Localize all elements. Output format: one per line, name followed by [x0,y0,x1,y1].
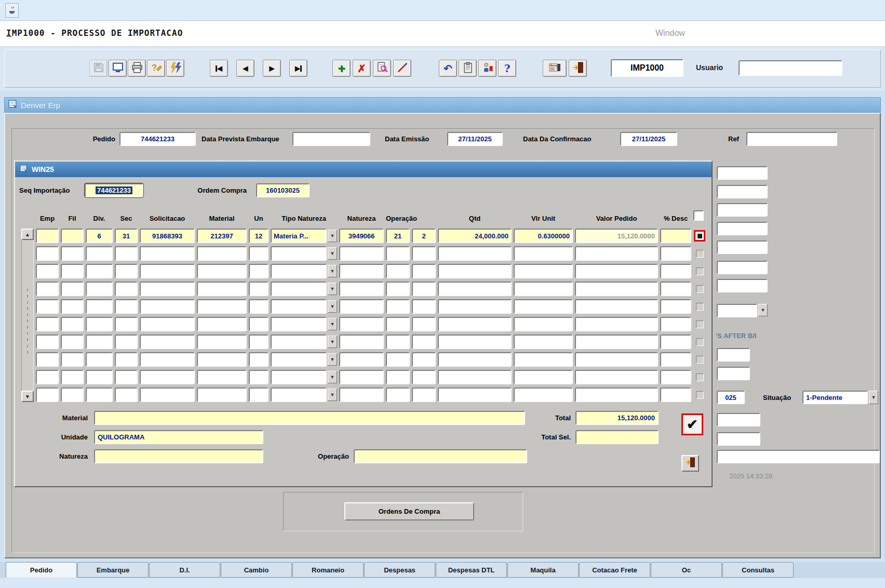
cell-desc[interactable] [660,352,691,367]
cell-vlr-unit[interactable] [514,282,573,296]
cell-desc[interactable] [660,299,691,314]
bg-field[interactable] [717,261,768,274]
help-button[interactable]: ? [498,60,516,77]
cell-natureza[interactable] [339,246,384,261]
situacao-value[interactable]: 1-Pendente [802,391,868,404]
cell-solicitacao[interactable] [140,299,195,314]
cell-operacao-1[interactable] [386,352,410,367]
cell-operacao-2[interactable] [412,299,436,314]
cell-operacao-1[interactable] [386,335,410,349]
cell-material[interactable] [197,335,247,349]
row-checkbox-checked[interactable] [694,230,705,242]
cell-operacao-1[interactable] [386,370,410,384]
cell-material[interactable] [197,246,247,261]
cell-sec[interactable] [115,387,138,402]
row-checkbox[interactable] [696,285,704,293]
delete-record-button[interactable]: ✗ [353,60,371,77]
cell-vlr-unit[interactable] [514,317,573,331]
cell-desc[interactable] [660,335,691,349]
cell-emp[interactable] [36,317,59,331]
cell-solicitacao[interactable] [140,317,195,331]
usuario-input[interactable] [739,60,842,76]
row-checkbox[interactable] [696,303,704,311]
cell-fil[interactable] [61,335,84,349]
tab-embarque[interactable]: Embarque [77,562,149,578]
cell-natureza[interactable] [339,317,384,331]
cell-sec[interactable] [115,282,138,296]
cell-operacao-2[interactable] [412,317,436,331]
cell-sec[interactable]: 31 [115,229,138,243]
cell-natureza[interactable] [339,282,384,296]
cell-un[interactable] [249,317,269,331]
cell-emp[interactable] [36,229,59,243]
cell-fil[interactable] [61,387,84,402]
bg-dropdown-field[interactable] [717,304,757,317]
tab-consultas[interactable]: Consultas [722,562,794,578]
help-edit-button[interactable]: ? [147,60,165,77]
cell-qtd[interactable] [438,299,512,314]
cell-natureza[interactable] [339,387,384,402]
cell-div[interactable] [86,370,113,384]
cell-sec[interactable] [115,299,138,314]
chevron-down-icon[interactable]: ▼ [758,304,768,316]
cell-material[interactable] [197,282,247,296]
execute-lightning-button[interactable] [166,60,184,77]
cell-vlr-unit[interactable] [514,387,573,402]
confirm-check-button[interactable]: ✔ [681,413,703,435]
cell-material[interactable]: 212397 [197,229,247,243]
cell-div[interactable] [86,246,113,261]
cell-div[interactable] [86,335,113,349]
chevron-down-icon[interactable]: ▼ [328,389,337,401]
cell-material[interactable] [197,317,247,331]
bg-field[interactable] [717,367,750,380]
cell-operacao-1[interactable] [386,317,410,331]
cell-un[interactable] [249,246,269,261]
window-menu-item[interactable]: Window [655,29,685,38]
cell-vlr-unit[interactable] [514,246,573,261]
cell-emp[interactable] [36,352,59,367]
tab-oc[interactable]: Oc [651,562,722,578]
cell-vlr-unit[interactable] [514,335,573,349]
tipo-natureza-field[interactable] [271,335,327,349]
exit-button[interactable] [569,60,587,77]
tab-despesas[interactable]: Despesas [364,562,435,578]
cell-operacao-1[interactable] [386,246,410,261]
cell-operacao-2[interactable] [412,387,436,402]
cell-un[interactable] [249,299,269,314]
chevron-down-icon[interactable]: ▼ [869,391,878,404]
tab-despesas-dtl[interactable]: Despesas DTL [436,562,507,578]
cell-material[interactable] [197,370,247,384]
clipboard-button[interactable] [459,60,477,77]
bg-field[interactable] [717,348,750,362]
cell-emp[interactable] [36,282,59,296]
insert-record-button[interactable]: + [332,60,351,77]
cell-fil[interactable] [61,370,84,384]
cell-material[interactable] [197,387,247,402]
cell-desc[interactable] [660,246,691,261]
bg-wide-field[interactable] [717,450,880,463]
cell-sec[interactable] [115,370,138,384]
cell-emp[interactable] [36,335,59,349]
row-checkbox[interactable] [696,268,704,275]
ordem-compra-field[interactable]: 160103025 [256,183,310,197]
cell-operacao-2[interactable] [412,370,436,384]
scroll-up-button[interactable]: ▲ [21,229,34,240]
cell-sec[interactable] [115,352,138,367]
cell-fil[interactable] [61,264,84,278]
cell-fil[interactable] [61,299,84,314]
module-code-field[interactable]: IMP1000 [611,59,683,77]
cell-div[interactable] [86,282,113,296]
cell-desc[interactable] [660,264,691,278]
cell-vlr-unit[interactable] [514,264,573,278]
cell-vlr-unit[interactable]: 0.6300000 [514,229,573,243]
cell-sec[interactable] [115,246,138,261]
seq-importacao-field[interactable]: 744621233 [85,183,143,197]
cancel-query-button[interactable] [393,60,411,77]
row-checkbox[interactable] [696,338,704,346]
situacao-dropdown[interactable]: 1-Pendente ▼ [802,391,878,404]
cell-natureza[interactable] [339,299,384,314]
cell-operacao-2[interactable]: 2 [412,229,436,243]
pedido-field[interactable]: 744621233 [119,132,196,146]
nav-prev-button[interactable]: ◀ [236,60,254,77]
bg-field[interactable] [717,432,760,446]
